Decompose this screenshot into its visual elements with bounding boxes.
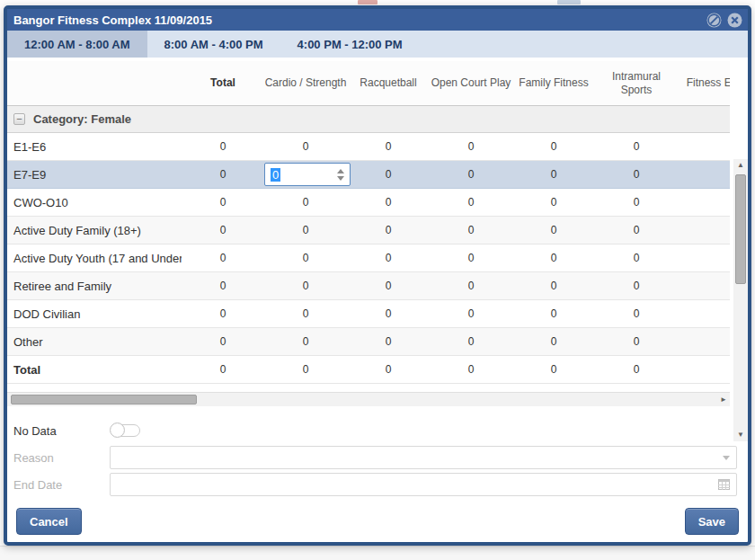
cell-racquetball[interactable]: 0	[347, 307, 430, 320]
end-date-row: End Date	[13, 473, 737, 496]
column-header-cardio-strength: Cardio / Strength	[264, 76, 347, 90]
cell-family-fitness[interactable]: 0	[512, 252, 595, 264]
cell-intramural[interactable]: 0	[595, 140, 678, 153]
cell-open-court[interactable]: 0	[430, 307, 512, 320]
spinner-down-icon[interactable]	[337, 176, 344, 181]
cell-open-court[interactable]: 0	[430, 335, 512, 348]
cell-open-court[interactable]: 0	[430, 168, 512, 181]
cell-intramural[interactable]: 0	[595, 224, 678, 236]
cell-total[interactable]: 0	[182, 168, 264, 181]
cell-total[interactable]: 0	[182, 335, 264, 348]
row-label: Active Duty Youth (17 and Under)	[7, 252, 182, 265]
group-label: Category: Female	[33, 112, 131, 126]
vertical-scrollbar[interactable]: ▲ ▼	[733, 159, 748, 441]
cell-intramural[interactable]: 0	[595, 196, 678, 209]
cell-family-fitness[interactable]: 0	[512, 224, 595, 236]
scroll-right-icon[interactable]: ►	[717, 396, 730, 404]
dropdown-caret-icon[interactable]	[723, 456, 730, 460]
no-data-toggle[interactable]	[110, 422, 142, 439]
cell-cardio[interactable]: 0	[264, 307, 347, 320]
collapse-group-icon[interactable]: −	[13, 113, 25, 125]
cell-racquetball[interactable]: 0	[347, 335, 430, 348]
tab-4pm-12pm[interactable]: 4:00 PM - 12:00 PM	[280, 31, 420, 58]
column-header-racquetball: Racquetball	[347, 76, 430, 90]
table-row-active-duty-youth[interactable]: Active Duty Youth (17 and Under) 0 0 0 0…	[7, 244, 730, 272]
cell-intramural[interactable]: 0	[595, 252, 678, 264]
table-row-e7-e9[interactable]: E7-E9 0 0 0 0 0 0	[7, 161, 730, 189]
dialog-title: Bangor Fitness Complex 11/09/2015	[13, 13, 706, 27]
table-header-row: Total Cardio / Strength Racquetball Open…	[7, 61, 730, 106]
entry-dialog: Bangor Fitness Complex 11/09/2015 12:00 …	[4, 5, 751, 546]
cell-intramural[interactable]: 0	[595, 280, 678, 292]
cell-total[interactable]: 0	[182, 196, 264, 209]
cell-cardio[interactable]: 0	[264, 224, 347, 236]
table-row-retiree-and-family[interactable]: Retiree and Family 0 0 0 0 0 0	[7, 272, 730, 300]
spinner-up-icon[interactable]	[337, 169, 344, 173]
cell-racquetball[interactable]: 0	[347, 168, 430, 181]
cell-cardio[interactable]: 0	[264, 280, 347, 292]
numeric-spinner-input[interactable]: 0	[264, 163, 351, 186]
cell-open-court[interactable]: 0	[430, 140, 512, 153]
no-data-form: No Data Reason End Date	[7, 406, 748, 496]
cell-family-fitness[interactable]: 0	[512, 335, 595, 348]
cell-total: 0	[182, 363, 264, 376]
cell-racquetball[interactable]: 0	[347, 140, 430, 153]
row-label: Other	[7, 335, 182, 349]
cell-racquetball: 0	[347, 363, 430, 376]
cell-cardio-editor: 0	[264, 163, 347, 186]
table-row-total: Total 0 0 0 0 0 0	[7, 356, 730, 384]
cell-racquetball[interactable]: 0	[347, 280, 430, 292]
cell-cardio[interactable]: 0	[264, 140, 347, 153]
cell-racquetball[interactable]: 0	[347, 224, 430, 236]
cell-intramural[interactable]: 0	[595, 335, 678, 348]
end-date-input[interactable]	[110, 473, 737, 496]
cancel-button[interactable]: Cancel	[16, 508, 82, 535]
cell-total[interactable]: 0	[182, 252, 264, 264]
cell-open-court[interactable]: 0	[430, 196, 512, 209]
table-row-active-duty-family[interactable]: Active Duty Family (18+) 0 0 0 0 0 0	[7, 217, 730, 244]
reason-dropdown[interactable]	[110, 446, 737, 469]
cell-family-fitness[interactable]: 0	[512, 140, 595, 153]
usage-table: Total Cardio / Strength Racquetball Open…	[7, 61, 748, 406]
cell-total[interactable]: 0	[182, 280, 264, 292]
tab-12am-8am[interactable]: 12:00 AM - 8:00 AM	[7, 31, 147, 58]
horizontal-scrollbar-thumb[interactable]	[11, 395, 197, 404]
row-label: Total	[7, 363, 182, 377]
table-row-other[interactable]: Other 0 0 0 0 0 0	[7, 328, 730, 356]
table-row-e1-e6[interactable]: E1-E6 0 0 0 0 0 0	[7, 133, 730, 161]
cell-family-fitness[interactable]: 0	[512, 168, 595, 181]
page-background-bottom	[0, 546, 755, 560]
save-button[interactable]: Save	[685, 508, 739, 535]
cell-total[interactable]: 0	[182, 224, 264, 236]
row-label: CWO-O10	[7, 196, 182, 209]
toggle-knob-icon[interactable]	[110, 422, 125, 438]
titlebar-icons	[706, 13, 742, 28]
cell-racquetball[interactable]: 0	[347, 252, 430, 264]
cell-family-fitness[interactable]: 0	[512, 307, 595, 320]
tab-8am-4pm[interactable]: 8:00 AM - 4:00 PM	[147, 31, 280, 58]
spinner-value[interactable]: 0	[265, 164, 332, 185]
horizontal-scrollbar[interactable]: ◄ ►	[7, 392, 730, 406]
cell-open-court[interactable]: 0	[430, 224, 512, 236]
cell-open-court[interactable]: 0	[430, 252, 512, 264]
cell-cardio[interactable]: 0	[264, 335, 347, 348]
table-row-dod-civilian[interactable]: DOD Civilian 0 0 0 0 0 0	[7, 300, 730, 328]
cell-intramural[interactable]: 0	[595, 307, 678, 320]
background-artifact	[557, 0, 581, 4]
scroll-up-icon[interactable]: ▲	[733, 159, 748, 172]
cell-open-court[interactable]: 0	[430, 280, 512, 292]
cell-racquetball[interactable]: 0	[347, 196, 430, 209]
disable-icon[interactable]	[706, 13, 722, 28]
reason-row: Reason	[13, 446, 737, 469]
cell-cardio[interactable]: 0	[264, 252, 347, 264]
vertical-scrollbar-thumb[interactable]	[735, 174, 746, 284]
cell-intramural[interactable]: 0	[595, 168, 678, 181]
table-row-cwo-o10[interactable]: CWO-O10 0 0 0 0 0 0	[7, 189, 730, 217]
cell-cardio[interactable]: 0	[264, 196, 347, 209]
cell-total[interactable]: 0	[182, 307, 264, 320]
cell-family-fitness[interactable]: 0	[512, 196, 595, 209]
cell-total[interactable]: 0	[182, 140, 264, 153]
close-icon[interactable]	[727, 13, 742, 28]
calendar-icon[interactable]	[718, 479, 730, 490]
cell-family-fitness[interactable]: 0	[512, 280, 595, 292]
